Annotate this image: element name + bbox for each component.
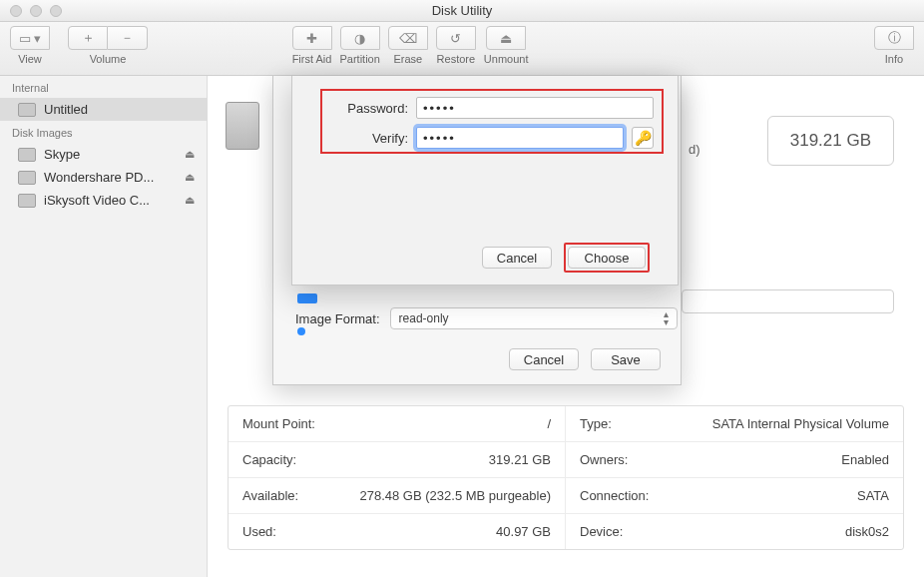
volume-details: Mount Point:/ Type:SATA Internal Physica… [228,405,904,550]
disk-icon [18,194,36,208]
sidebar-header-disk-images: Disk Images [0,121,207,143]
sidebar: Internal Untitled Disk Images Skype ⏏ Wo… [0,76,208,577]
view-button[interactable]: ▭ ▾ [10,26,50,50]
sidebar-item-iskysoft[interactable]: iSkysoft Video C... ⏏ [0,189,207,212]
detail-label: Used: [242,524,276,539]
detail-label: Owners: [580,452,628,467]
detail-row: Owners:Enabled [566,442,903,478]
first-aid-label: First Aid [292,53,332,65]
truncated-text: d) [689,142,924,157]
image-format-label: Image Format: [295,311,380,326]
detail-value: SATA [857,488,889,503]
restore-label: Restore [437,53,476,65]
main: Internal Untitled Disk Images Skype ⏏ Wo… [0,76,924,577]
image-format-value: read-only [399,311,449,325]
choose-button-highlight: Choose [564,243,650,273]
password-assistant-button[interactable]: 🔑 [632,127,654,149]
view-label: View [18,53,42,65]
sidebar-item-skype[interactable]: Skype ⏏ [0,143,207,166]
image-format-select[interactable]: read-only ▴▾ [390,307,678,329]
password-modal: Password: ••••• Verify: ••••• 🔑 Cancel C… [291,76,679,286]
eject-icon[interactable]: ⏏ [185,194,195,207]
info-label: Info [885,53,903,65]
detail-row: Capacity:319.21 GB [229,442,566,478]
sidebar-item-label: Untitled [44,102,88,117]
sheet-cancel-button[interactable]: Cancel [509,348,579,370]
volume-remove-button[interactable]: － [108,26,148,50]
sidebar-item-label: iSkysoft Video C... [44,193,150,208]
password-label: Password: [330,101,408,116]
partition-label: Partition [340,53,380,65]
detail-row: Used:40.97 GB [229,514,566,549]
detail-value: 278.48 GB (232.5 MB purgeable) [359,488,551,503]
eject-icon[interactable]: ⏏ [185,171,195,184]
sidebar-item-label: Skype [44,147,80,162]
detail-label: Capacity: [242,452,296,467]
view-group: ▭ ▾ View [10,26,50,65]
detail-label: Available: [242,488,298,503]
disk-icon [18,103,36,117]
restore-button[interactable]: ↺ [436,26,476,50]
volume-label: Volume [90,53,127,65]
detail-row: Available:278.48 GB (232.5 MB purgeable) [229,478,566,514]
content: 319.21 GB Image Format: read-only ▴▾ Can… [208,76,924,577]
disk-icon [18,148,36,162]
verify-label: Verify: [330,131,408,146]
detail-value: / [547,416,551,431]
key-icon: 🔑 [635,130,652,146]
detail-label: Mount Point: [242,416,315,431]
sheet-save-button[interactable]: Save [591,348,661,370]
detail-value: Enabled [841,452,889,467]
first-aid-button[interactable]: ✚ [292,26,332,50]
sidebar-item-untitled[interactable]: Untitled [0,98,207,121]
modal-choose-button[interactable]: Choose [568,247,646,269]
unmount-label: Unmount [484,53,529,65]
detail-row: Type:SATA Internal Physical Volume [566,406,903,442]
partition-button[interactable]: ◑ [340,26,380,50]
window-title: Disk Utility [0,3,924,18]
password-fields-highlight: Password: ••••• Verify: ••••• 🔑 [320,89,664,154]
titlebar: Disk Utility [0,0,924,22]
detail-label: Device: [580,524,623,539]
name-field-background [682,289,894,313]
capacity-badge: 319.21 GB [767,116,894,166]
unmount-button[interactable]: ⏏ [486,26,526,50]
drive-icon [226,102,259,150]
detail-label: Type: [580,416,612,431]
detail-value: 319.21 GB [489,452,551,467]
toolbar-tools: ✚First Aid ◑Partition ⌫Erase ↺Restore ⏏U… [292,26,529,65]
detail-value: disk0s2 [845,524,889,539]
detail-label: Connection: [580,488,649,503]
password-input[interactable]: ••••• [416,97,654,119]
sidebar-item-wondershare[interactable]: Wondershare PD... ⏏ [0,166,207,189]
eject-icon[interactable]: ⏏ [185,148,195,161]
detail-value: 40.97 GB [496,524,551,539]
erase-label: Erase [393,53,422,65]
sidebar-item-label: Wondershare PD... [44,170,154,185]
detail-row: Device:disk0s2 [566,514,903,549]
detail-row: Connection:SATA [566,478,903,514]
detail-value: SATA Internal Physical Volume [712,416,889,431]
verify-input[interactable]: ••••• [416,127,624,149]
sidebar-header-internal: Internal [0,76,207,98]
volume-add-button[interactable]: ＋ [68,26,108,50]
chevron-updown-icon: ▴▾ [664,310,669,326]
image-format-row: Image Format: read-only ▴▾ [295,307,678,329]
disk-icon [18,171,36,185]
erase-button[interactable]: ⌫ [388,26,428,50]
volume-group: ＋ － Volume [68,26,148,65]
detail-row: Mount Point:/ [229,406,566,442]
modal-cancel-button[interactable]: Cancel [482,247,552,269]
info-button[interactable]: ⓘ [874,26,914,50]
toolbar: ▭ ▾ View ＋ － Volume ✚First Aid ◑Partitio… [0,22,924,76]
info-group: ⓘ Info [874,26,914,65]
progress-segment [297,293,317,303]
